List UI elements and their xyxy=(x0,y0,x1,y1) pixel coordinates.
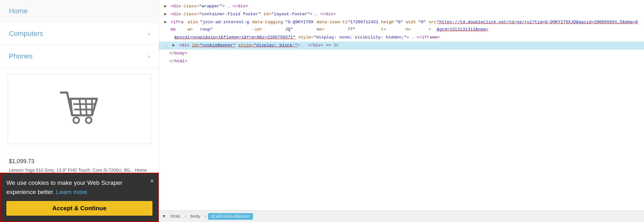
arrow-1[interactable]: ▶ xyxy=(164,3,167,10)
breadcrumb-arrow[interactable]: ▼ xyxy=(163,214,165,219)
learn-more-link[interactable]: Learn more. xyxy=(56,189,88,195)
nav-item-computers[interactable]: Computers › xyxy=(0,23,159,45)
nav-item-home[interactable]: Home xyxy=(0,0,159,23)
code-line-1: ▶ <div class="wrapper" > … </div> xyxy=(159,3,644,10)
chevron-icon-computers: › xyxy=(148,31,150,37)
code-line-4: … ▶ <div id="cookieBanner" style="displa… xyxy=(159,42,644,50)
cookie-accept-button[interactable]: Accept & Continue xyxy=(6,201,152,216)
product-price: $1,099.73 xyxy=(9,158,34,165)
nav-menu: Home Computers › Phones › xyxy=(0,0,159,68)
nav-label-phones: Phones xyxy=(9,52,33,60)
product-name: Lenovo Yoga 910 Grey, 13.9" FHD Touch, C… xyxy=(9,168,147,173)
code-line-2: ▶ <div class="container-fluid footer" id… xyxy=(159,10,644,18)
code-line-6: </html> xyxy=(159,58,644,66)
svg-line-3 xyxy=(86,99,87,114)
cart-area xyxy=(8,74,151,144)
breadcrumb-body[interactable]: body xyxy=(188,213,203,220)
nav-item-phones[interactable]: Phones › xyxy=(0,45,159,68)
svg-line-2 xyxy=(80,99,81,114)
cookie-text: We use cookies to make your Web Scraper … xyxy=(6,178,152,197)
dots-4: … xyxy=(164,42,171,49)
breadcrumb-cookiebanner[interactable]: div#cookieBanner xyxy=(208,213,253,220)
arrow-4[interactable]: ▶ xyxy=(172,42,175,49)
nav-label-home: Home xyxy=(9,7,28,15)
devtools-breadcrumb: ▼ html › body › div#cookieBanner xyxy=(159,211,644,222)
svg-point-5 xyxy=(73,117,79,123)
chevron-icon-phones: › xyxy=(148,53,150,60)
cookie-banner: × We use cookies to make your Web Scrape… xyxy=(0,173,159,222)
arrow-3[interactable]: ▶ xyxy=(164,19,167,26)
devtools-content[interactable]: ▶ <div class="wrapper" > … </div> ▶ <div… xyxy=(159,0,644,211)
right-panel: ▶ <div class="wrapper" > … </div> ▶ <div… xyxy=(159,0,644,222)
nav-label-computers: Computers xyxy=(9,30,43,38)
arrow-2[interactable]: ▶ xyxy=(164,11,167,18)
cart-icon xyxy=(59,90,100,128)
code-line-3: ▶ <iframe allow="join-ad-interest-group"… xyxy=(159,18,644,34)
code-line-3b: &pscdl=noapi&aip=1&fledge=1&frm=0&z=2105… xyxy=(159,34,644,42)
cookie-close-button[interactable]: × xyxy=(150,178,154,184)
left-panel: Home Computers › Phones › $1,099.73 Leno… xyxy=(0,0,159,222)
breadcrumb-html[interactable]: html xyxy=(168,213,183,220)
code-line-5: </body> xyxy=(159,50,644,58)
svg-point-6 xyxy=(86,117,91,123)
